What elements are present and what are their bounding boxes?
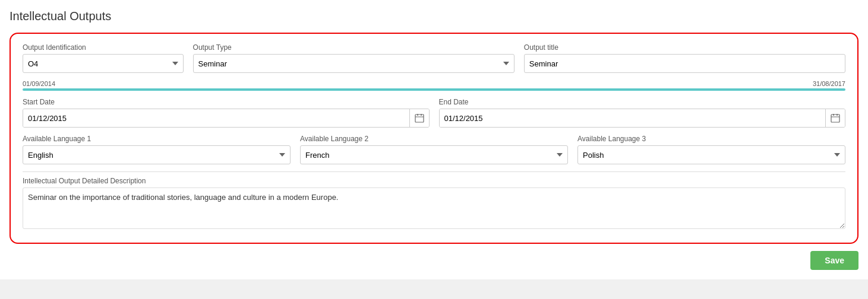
lang2-field: Available Language 2 English FrenchPolis… — [300, 135, 568, 164]
svg-rect-0 — [415, 114, 424, 122]
output-title-input[interactable] — [524, 54, 845, 73]
description-label: Intellectual Output Detailed Description — [23, 177, 845, 185]
output-title-label: Output title — [524, 43, 845, 52]
project-duration-section: 01/09/2014 31/08/2017 — [23, 80, 845, 91]
lang3-field: Available Language 3 English FrenchPolis… — [577, 135, 845, 164]
output-identification-field: Output Identification O4 O1O2O3O5 — [23, 43, 184, 73]
duration-bar — [23, 88, 845, 91]
lang2-select[interactable]: English FrenchPolishGermanSpanish — [300, 145, 568, 164]
start-date-label: Start Date — [23, 98, 430, 106]
page-wrapper: Intellectual Outputs Output Identificati… — [0, 0, 868, 279]
lang3-select[interactable]: English FrenchPolishGermanSpanish — [577, 145, 845, 164]
duration-start-label: 01/09/2014 — [23, 80, 55, 87]
output-identification-select[interactable]: O4 O1O2O3O5 — [23, 54, 184, 73]
output-type-select[interactable]: Seminar ReportCurriculumE-Learning Modul… — [193, 54, 515, 73]
page-title: Intellectual Outputs — [10, 9, 858, 23]
output-identification-label: Output Identification — [23, 43, 184, 52]
start-date-wrapper — [23, 109, 430, 128]
lang1-select[interactable]: English FrenchPolishGermanSpanish — [23, 145, 291, 164]
start-date-calendar-button[interactable] — [409, 109, 429, 127]
lang2-label: Available Language 2 — [300, 135, 568, 143]
end-date-field: End Date — [439, 98, 846, 128]
end-date-wrapper — [439, 109, 846, 128]
save-button[interactable]: Save — [810, 251, 858, 270]
calendar-icon-2 — [831, 113, 840, 123]
form-card: Output Identification O4 O1O2O3O5 Output… — [10, 33, 858, 244]
output-type-label: Output Type — [193, 43, 515, 52]
divider — [23, 171, 845, 172]
languages-row: Available Language 1 English FrenchPolis… — [23, 135, 845, 164]
start-date-field: Start Date — [23, 98, 430, 128]
end-date-label: End Date — [439, 98, 846, 106]
description-textarea[interactable]: Seminar on the importance of traditional… — [23, 187, 845, 229]
duration-dates: 01/09/2014 31/08/2017 — [23, 80, 845, 87]
save-button-wrapper: Save — [810, 251, 858, 270]
lang1-field: Available Language 1 English FrenchPolis… — [23, 135, 291, 164]
end-date-calendar-button[interactable] — [825, 109, 845, 127]
output-type-field: Output Type Seminar ReportCurriculumE-Le… — [193, 43, 515, 73]
lang1-label: Available Language 1 — [23, 135, 291, 143]
svg-rect-4 — [831, 114, 839, 122]
top-fields-row: Output Identification O4 O1O2O3O5 Output… — [23, 43, 845, 73]
output-title-field: Output title — [524, 43, 845, 73]
calendar-icon — [415, 113, 424, 123]
lang3-label: Available Language 3 — [577, 135, 845, 143]
description-section: Intellectual Output Detailed Description… — [23, 177, 845, 231]
date-row: Start Date End Date — [23, 98, 845, 128]
end-date-input[interactable] — [440, 109, 826, 127]
duration-end-label: 31/08/2017 — [813, 80, 845, 87]
start-date-input[interactable] — [23, 109, 409, 127]
